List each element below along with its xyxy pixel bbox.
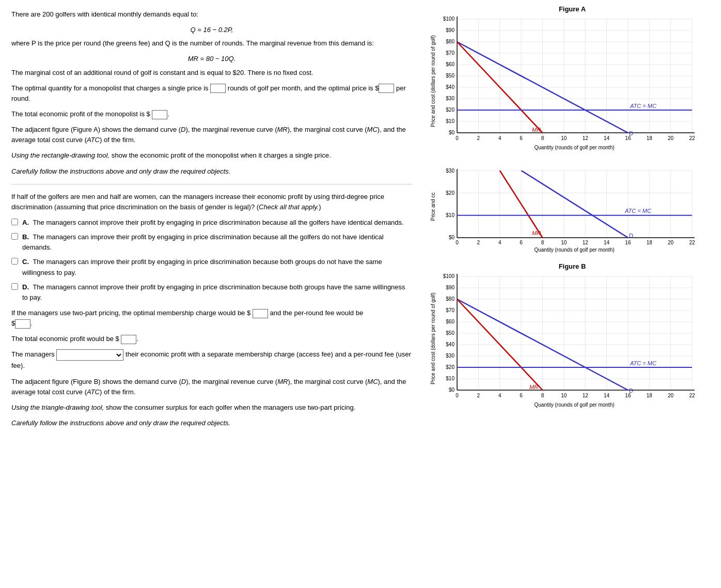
y-labels-b: $0 $10 $20 $30 $40 $50 $60 $70 $80 $90 $…: [443, 273, 455, 393]
section-divider-1: [11, 184, 412, 184]
managers-dropdown[interactable]: can increase cannot increase maximize: [56, 349, 123, 361]
d-label-B: D: [629, 388, 633, 394]
figure-b-desc: The adjacent figure (Figure B) shows the…: [11, 377, 412, 397]
atc-mc-label-M: ATC = MC: [624, 208, 651, 214]
svg-text:12: 12: [583, 240, 589, 245]
rectangle-instruction-block: Using the rectangle-drawing tool, Using …: [11, 150, 412, 161]
careful-instruction2: Carefully follow the instructions above …: [11, 418, 412, 428]
managers-block: The managers can increase cannot increas…: [11, 349, 412, 371]
y-axis-label-m: Price and cc: [430, 192, 436, 221]
triangle-instruction: Using the triangle-drawing tool, show th…: [11, 403, 412, 413]
two-part-block: If the managers use two-part pricing, th…: [11, 308, 412, 329]
svg-text:22: 22: [689, 393, 695, 398]
svg-text:22: 22: [689, 240, 695, 245]
optimal-quantity-input[interactable]: [210, 84, 226, 93]
svg-text:$90: $90: [446, 27, 454, 33]
options-list: A. The managers cannot improve their pro…: [11, 218, 412, 303]
x-axis-label: Quantity (rounds of golf per month): [534, 145, 614, 150]
third-degree-block: If half of the golfers are men and half …: [11, 192, 412, 212]
svg-text:$70: $70: [446, 307, 454, 313]
careful-instruction: Carefully follow the instructions above …: [11, 166, 412, 177]
checkbox-d[interactable]: [11, 283, 18, 290]
option-a: A. The managers cannot improve their pro…: [11, 218, 412, 228]
option-b: B. The managers can improve their profit…: [11, 232, 412, 253]
svg-text:4: 4: [498, 240, 501, 245]
svg-text:14: 14: [604, 393, 610, 398]
x-labels-b: 0 2 4 6 8 10 12 14 16 18 20 22: [456, 393, 695, 398]
demand-desc-block: where P is the price per round (the gree…: [11, 38, 412, 49]
total-profit-block: The total economic profit would be $ .: [11, 334, 412, 344]
checkbox-c[interactable]: [11, 258, 18, 265]
svg-text:0: 0: [456, 135, 459, 141]
svg-text:$40: $40: [446, 342, 454, 347]
third-degree-question: If half of the golfers are men and half …: [11, 192, 412, 212]
option-d-text: D. The managers cannot improve their pro…: [22, 282, 412, 303]
svg-text:10: 10: [561, 240, 567, 245]
svg-text:8: 8: [541, 240, 544, 245]
svg-text:4: 4: [498, 135, 501, 141]
figure-a-title: Figure A: [429, 5, 716, 13]
svg-text:8: 8: [541, 393, 544, 398]
figure-b-desc-block: The adjacent figure (Figure B) shows the…: [11, 377, 412, 397]
option-b-text: B. The managers can improve their profit…: [22, 232, 412, 253]
grid-lines-y: [457, 19, 692, 133]
mr-label-A: MR: [532, 127, 541, 133]
svg-text:$10: $10: [446, 376, 454, 381]
careful-instruction2-block: Carefully follow the instructions above …: [11, 418, 412, 428]
svg-text:8: 8: [541, 135, 544, 141]
y-tick-labels: $0 $10 $20 $30 $40 $50 $60 $70 $80 $90 $…: [443, 16, 455, 135]
svg-text:$60: $60: [446, 319, 454, 324]
careful-instruction-block: Carefully follow the instructions above …: [11, 166, 412, 177]
svg-text:6: 6: [520, 393, 523, 398]
checkbox-a[interactable]: [11, 219, 18, 225]
svg-text:20: 20: [668, 135, 674, 141]
svg-text:14: 14: [604, 240, 610, 245]
svg-text:$40: $40: [446, 84, 454, 90]
svg-text:16: 16: [625, 240, 631, 245]
svg-text:2: 2: [477, 135, 480, 141]
figure-middle-container: $0 $10 $20 $30 0 2 4 6 8 10 12 14 16 18: [429, 168, 716, 258]
svg-text:$100: $100: [443, 273, 455, 279]
demand-line-M: [521, 171, 628, 238]
svg-text:$80: $80: [446, 39, 454, 44]
d-label-A: D: [629, 130, 633, 136]
d-label-M: D: [629, 233, 633, 239]
svg-text:2: 2: [477, 393, 480, 398]
grid-lines-y-b: [457, 276, 692, 390]
mc-text-block: The marginal cost of an additional round…: [11, 68, 412, 78]
mc-text: The marginal cost of an additional round…: [11, 68, 412, 78]
total-profit-text: The total economic profit would be $ .: [11, 334, 412, 344]
svg-text:4: 4: [498, 393, 501, 398]
demand-desc-text: where P is the price per round (the gree…: [11, 38, 412, 49]
option-a-text: A. The managers cannot improve their pro…: [22, 218, 404, 228]
svg-text:$20: $20: [446, 190, 454, 196]
mr-label-B: MR: [529, 384, 538, 390]
per-round-fee-input[interactable]: [15, 319, 30, 329]
optimal-block: The optimal quantity for a monopolist th…: [11, 83, 412, 104]
checkbox-b[interactable]: [11, 233, 18, 240]
y-axis-label: Price and cost (dollars per round of gol…: [430, 35, 436, 127]
svg-text:$10: $10: [446, 118, 454, 124]
intro-block: There are 200 golfers with identical mon…: [11, 9, 412, 20]
svg-text:18: 18: [647, 135, 653, 141]
monopolist-profit-input[interactable]: [152, 110, 167, 119]
svg-text:6: 6: [520, 240, 523, 245]
membership-charge-input[interactable]: [253, 309, 268, 318]
right-panel: Figure A: [424, 0, 721, 443]
demand-equation: Q = 16 − 0.2P,: [11, 25, 412, 35]
figure-a-chart: $0 $10 $20 $30 $40 $50 $60 $70 $80 $90 $…: [429, 14, 702, 164]
figure-b-container: Figure B: [429, 262, 716, 424]
optimal-price-input[interactable]: [379, 84, 394, 93]
svg-text:$60: $60: [446, 61, 454, 67]
svg-text:$20: $20: [446, 107, 454, 113]
svg-text:$20: $20: [446, 364, 454, 370]
svg-text:0: 0: [456, 393, 459, 398]
total-profit-input[interactable]: [121, 335, 136, 344]
triangle-instruction-block: Using the triangle-drawing tool, show th…: [11, 403, 412, 413]
y-labels-m: $0 $10 $20 $30: [446, 168, 454, 240]
svg-text:$30: $30: [446, 168, 454, 174]
x-labels-m: 0 2 4 6 8 10 12 14 16 18 20 22: [456, 240, 695, 245]
svg-text:0: 0: [456, 240, 459, 245]
left-panel: There are 200 golfers with identical mon…: [0, 0, 424, 443]
svg-text:18: 18: [647, 393, 653, 398]
